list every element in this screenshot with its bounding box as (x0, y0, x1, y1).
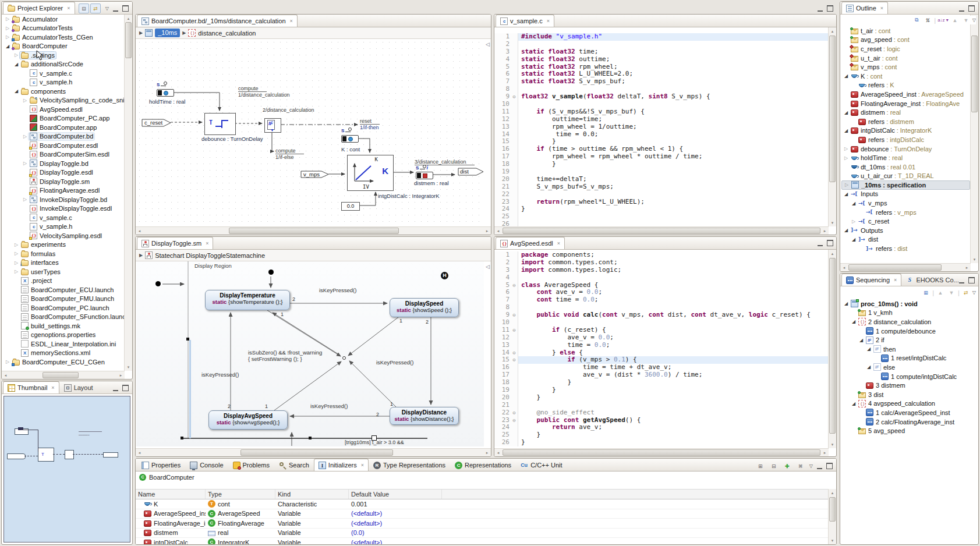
bottom-tab-problems[interactable]: Problems (228, 459, 274, 471)
table-row-floatingaverage-in[interactable]: FloatingAverage_in:FloatingAverageVariab… (136, 519, 829, 529)
close-icon[interactable]: × (894, 277, 897, 283)
tree-item-dt-10ms[interactable]: dt_10ms: real 0.01 (841, 162, 970, 172)
column-header-kind[interactable]: Kind (275, 490, 349, 499)
tree-item-1-compute-intgdistcalc[interactable]: 1 compute/intgDistCalc (841, 372, 977, 381)
tree-item-2-calc-floatingaverage-inst[interactable]: 2 calc/FloatingAverage_inst (841, 417, 977, 427)
tree-item-boardcomputer-ecu-launch[interactable]: BoardComputer_ECU.launch (2, 285, 125, 295)
expander-icon[interactable]: ◢ (865, 364, 872, 370)
tree-item-esdl-linear-interpolation-ini[interactable]: ESDL_Linear_Interpolation.ini (2, 339, 125, 349)
tree-item-displaytoggle-bd[interactable]: ▷DisplayToggle.bd (2, 159, 125, 168)
layout-tab[interactable]: Layout (59, 381, 98, 393)
diagram-editor-tab[interactable]: BoardComputer.bd/_10ms/distance_calculat… (137, 15, 298, 27)
tree-item-1-reset-intgdistcalc[interactable]: 1 reset/intgDistCalc (841, 354, 977, 363)
tree-item-holdtime[interactable]: ▷holdTime: real (841, 153, 970, 162)
tree-item-v-mps[interactable]: v_mps: cont (841, 62, 970, 72)
remove-column-button[interactable]: ⊟ (769, 462, 779, 470)
expander-icon[interactable]: ▷ (13, 251, 20, 256)
region-divider-selected[interactable] (189, 340, 191, 438)
tree-item-1-compute-debounce[interactable]: 1 compute/debounce (841, 327, 977, 336)
expander-icon[interactable]: ▷ (843, 182, 850, 187)
statechart-canvas[interactable]: Display Region H DisplayTemperature stat… (136, 261, 484, 446)
sync-icon[interactable]: ⇄ (961, 288, 971, 297)
transition-label[interactable]: isKeyPressed() (376, 359, 413, 366)
selection-handle[interactable] (309, 437, 312, 439)
column-header-type[interactable]: Type (206, 490, 275, 499)
expander-icon[interactable]: ◢ (850, 319, 857, 324)
tree-item-boardcomputersim-esdl[interactable]: BoardComputerSim.esdl (2, 150, 125, 159)
esdl-editor-hscrollbar[interactable]: ◂▸ (494, 448, 829, 456)
view-menu-icon[interactable]: ▽ (809, 463, 813, 469)
maximize-icon[interactable] (968, 5, 975, 12)
tree-item-2-distance-calculation[interactable]: ◢2 distance_calculation (841, 317, 977, 327)
tree-item-u-t-air[interactable]: u_t_air: cont (841, 54, 970, 63)
tree-item-components[interactable]: ◢components (2, 87, 125, 96)
expander-icon[interactable]: ▷ (13, 269, 20, 274)
expander-icon[interactable]: ◢ (843, 128, 850, 133)
esdl-editor-tab[interactable]: AvgSpeed.esdl × (496, 237, 565, 249)
close-icon[interactable]: × (557, 240, 560, 246)
holdTime-label[interactable]: holdTime : real (149, 98, 185, 105)
maximize-icon[interactable] (968, 277, 975, 283)
tree-item-avgspeed-esdl[interactable]: AvgSpeed.esdl (2, 105, 125, 114)
palette-collapse-arrow[interactable]: ◁ (486, 41, 490, 47)
expander-icon[interactable]: ◢ (843, 301, 850, 306)
link-with-editor-icon[interactable]: ⧉ (912, 16, 921, 24)
tree-item-formulas[interactable]: ▷formulas (2, 249, 125, 258)
column-header-default-value[interactable]: Default Value (349, 490, 442, 499)
move-down-icon[interactable]: ▼ (961, 16, 971, 24)
diagram-hscrollbar[interactable]: ◂▸ (136, 226, 491, 235)
tree-item-intgdistcalc[interactable]: ◢intgDistCalc: IntegratorK (841, 126, 970, 136)
tree-item-then[interactable]: ◢then (841, 345, 977, 354)
trigger-label[interactable]: [trigg10ms] t_air > 3.0 && (345, 439, 404, 445)
state-display-speed[interactable]: DisplaySpeed static {showSpeed ();} (390, 298, 459, 317)
tree-item-floatingaverage-esdl[interactable]: FloatingAverage.esdl (2, 186, 125, 196)
palette-collapse-arrow[interactable]: ◁ (486, 264, 490, 270)
tree-item-refers[interactable]: refers: dist (841, 244, 970, 253)
close-icon[interactable]: × (290, 18, 293, 24)
tree-item-invokedisplaytoggle-bd[interactable]: ▷InvokeDisplayToggle.bd (2, 195, 125, 204)
maximize-icon[interactable] (827, 240, 833, 246)
tree-item-refers[interactable]: refers: v_mps (841, 208, 970, 217)
c-editor-vscrollbar[interactable]: ▴▾ (828, 27, 836, 226)
sequencing-tab[interactable]: Sequencing × (841, 274, 901, 286)
expander-icon[interactable]: ▷ (13, 52, 20, 58)
c-editor-tab[interactable]: v_sample.c × (496, 15, 554, 27)
distmem-label[interactable]: distmem : real (414, 180, 449, 186)
project-explorer-tab[interactable]: Project Explorer × (3, 2, 75, 14)
expander-icon[interactable]: ◢ (850, 201, 857, 206)
table-row-averagespeed-inst[interactable]: AverageSpeed_instAverageSpeedVariable(<d… (136, 509, 829, 519)
maximize-icon[interactable] (826, 463, 833, 469)
expander-icon[interactable]: ▷ (22, 197, 29, 202)
expander-icon[interactable]: ▷ (4, 359, 11, 364)
tree-item-v-sample-h[interactable]: v_sample.h (2, 222, 125, 232)
transition-label[interactable]: isKeyPressed() (201, 371, 239, 378)
expander-icon[interactable]: ◢ (4, 44, 11, 49)
tree-item-build-settings-mk[interactable]: build_settings.mk (2, 321, 125, 331)
integrator-block[interactable]: K K IV (347, 155, 394, 191)
tree-item-c-reset[interactable]: c_reset: logic (841, 44, 970, 54)
tree-item-boardcomputer-ecu-cgen[interactable]: ▷BoardComputer_ECU_CGen (2, 357, 125, 367)
debounce-block[interactable]: T (204, 113, 236, 135)
maximize-icon[interactable] (122, 5, 129, 12)
tree-item-velocitysampling-esdl[interactable]: VelocitySampling.esdl (2, 231, 125, 240)
add-initializer-button[interactable]: ✚ (783, 462, 792, 470)
minimize-icon[interactable] (113, 385, 118, 391)
sort-alphabetically-icon[interactable]: a↓z ▾ (937, 16, 949, 24)
expander-icon[interactable]: ◢ (865, 346, 872, 352)
tree-item-1-v-kmh[interactable]: 1 v_kmh (841, 309, 977, 318)
tree-item-refers[interactable]: refers: K (841, 81, 970, 90)
state-display-temperature[interactable]: DisplayTemperature static {showTemperatu… (205, 290, 290, 310)
tree-item-accumulator[interactable]: ▷Accumulator (2, 15, 125, 24)
breadcrumb-expand-icon[interactable]: ▶ (139, 30, 143, 36)
seq-label-reset[interactable]: reset1/if-then (360, 118, 380, 130)
tree-item-invokedisplaytoggle-esdl[interactable]: InvokeDisplayToggle.esdl (2, 204, 125, 214)
tree-item-boardcomputer-esdl[interactable]: BoardComputer.esdl (2, 141, 125, 150)
move-up-icon[interactable]: ▲ (950, 16, 960, 24)
expander-icon[interactable]: ▷ (22, 161, 29, 166)
tree-item-boardcomputer[interactable]: ◢BoardComputer (2, 42, 125, 51)
breadcrumb-expand-icon[interactable]: ▶ (139, 253, 143, 258)
expander-icon[interactable]: ▷ (850, 219, 857, 224)
close-icon[interactable]: × (361, 462, 364, 468)
expander-icon[interactable]: ◢ (843, 110, 850, 115)
thumbnail-preview[interactable]: T ▔▔▔▔▔▔ (3, 396, 130, 543)
